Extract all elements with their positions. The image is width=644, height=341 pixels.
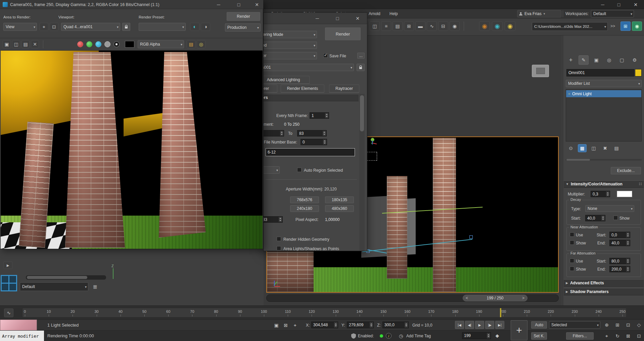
z-spinner[interactable] <box>405 322 408 328</box>
show-end-result-icon[interactable]: ▦ <box>578 144 587 152</box>
rfw-viewport-dropdown[interactable]: Quad 4...era001 <box>61 23 120 31</box>
time-slider-track[interactable]: < 199 / 250 > <box>266 294 559 302</box>
file-number-spinner[interactable] <box>323 139 326 145</box>
far-show-checkbox[interactable] <box>570 267 574 271</box>
pan-view-icon[interactable]: ⌖ <box>602 332 611 340</box>
render-preset-dropdown[interactable] <box>139 23 186 31</box>
align-icon[interactable]: ≡ <box>381 21 391 31</box>
target-dropdown[interactable]: Production Rendering Mode <box>263 31 317 38</box>
zoom-all-icon[interactable]: ⊞ <box>613 321 622 329</box>
rfw-minimize-button[interactable]: ─ <box>213 1 224 8</box>
near-start-spinner[interactable] <box>626 232 630 237</box>
rendered-frame-window-icon[interactable]: ◉ <box>492 21 503 31</box>
view-lock-button[interactable] <box>357 64 365 71</box>
auto-key-button[interactable]: Auto <box>531 321 547 329</box>
time-slider-next-arrow[interactable]: > <box>522 296 524 300</box>
object-color-swatch[interactable] <box>635 69 642 76</box>
toggle-channels-icon[interactable]: ◑ <box>201 23 210 31</box>
hierarchy-tab-icon[interactable]: ▣ <box>591 55 601 65</box>
rfw-close-button[interactable]: ✕ <box>252 1 262 8</box>
create-tab-icon[interactable]: + <box>566 55 576 65</box>
environment-icon[interactable]: ◐ <box>190 23 199 31</box>
user-account-menu[interactable]: Eva Frias ▾ <box>517 10 561 17</box>
maximize-viewport-icon[interactable]: ⊠ <box>624 332 633 340</box>
resolution-preset-1[interactable]: 768x576 <box>290 196 319 203</box>
zoom-icon[interactable]: ⊕ <box>602 321 611 329</box>
viewport-layout-icon[interactable]: ⊡ <box>634 332 644 340</box>
maxscript-mini-listener[interactable]: Array modifier <box>0 331 44 341</box>
rfw-viewport-lock-button[interactable] <box>122 23 130 31</box>
mini-curve-editor-icon[interactable]: ∿ <box>4 308 13 317</box>
x-spinner[interactable] <box>334 322 337 328</box>
clear-image-icon[interactable]: ✕ <box>31 40 39 48</box>
interactive-render-icon[interactable]: ◉ <box>632 21 642 31</box>
clone-window-icon[interactable]: ◫ <box>12 40 20 48</box>
far-start-field[interactable]: 80,0 <box>609 258 630 264</box>
mirror-icon[interactable]: ◫ <box>370 21 380 31</box>
dialog-maximize-button[interactable]: □ <box>332 14 343 23</box>
save-file-browse-button[interactable]: ... <box>357 53 365 59</box>
asset-library-icon[interactable]: ⊞ <box>620 21 631 31</box>
rfw-titlebar[interactable]: Camera001, frame 250, Display Gamma: 2,2… <box>0 0 263 9</box>
far-end-field[interactable]: 200,0 <box>609 266 630 272</box>
pin-stack-icon[interactable]: ⊙ <box>566 144 575 152</box>
modifier-list-dropdown[interactable]: Modifier List <box>566 80 642 87</box>
info-icon[interactable]: i <box>386 333 392 339</box>
key-mode-icon[interactable]: ◆ <box>494 332 501 339</box>
tab-raytracer[interactable]: Raytracer <box>329 84 359 93</box>
x-coordinate-field[interactable]: 304,548 <box>311 322 338 328</box>
image-aspect-spinner[interactable] <box>279 217 282 222</box>
rfw-maximize-button[interactable]: □ <box>233 1 244 8</box>
view-to-render-dropdown[interactable]: Quad 4 - Camera001 <box>263 64 354 71</box>
print-image-icon[interactable]: ▤ <box>21 40 30 48</box>
render-hidden-checkbox[interactable] <box>277 237 281 241</box>
timeline-ruler[interactable]: 0102030405060708090100110120130140150160… <box>22 308 627 318</box>
decay-type-dropdown[interactable]: None <box>585 205 634 212</box>
far-use-checkbox[interactable] <box>570 259 574 263</box>
orbit-icon[interactable]: ↻ <box>613 332 622 340</box>
expand-listener-button[interactable]: ▶ <box>3 262 12 269</box>
near-start-field[interactable]: 0,0 <box>609 232 630 238</box>
menu-arnold[interactable]: Arnold <box>369 11 380 16</box>
output-file-field[interactable]: 6-12 <box>266 148 355 156</box>
multiplier-field[interactable]: 0,3 <box>591 191 610 197</box>
goto-start-button[interactable]: |◀ <box>455 321 464 329</box>
render-setup-icon[interactable]: ◉ <box>479 21 490 31</box>
scene-explorer-icon[interactable]: ⊞ <box>404 21 414 31</box>
tab-render-elements[interactable]: Render Elements <box>281 84 324 93</box>
file-number-base-field[interactable]: 0 <box>301 139 327 145</box>
rollout-advanced-effects-header[interactable]: ▶ Advanced Effects <box>564 279 644 287</box>
remove-modifier-icon[interactable]: ✖ <box>601 144 609 152</box>
y-spinner[interactable] <box>370 322 373 328</box>
material-editor-icon[interactable]: ◉ <box>450 21 460 31</box>
window-close-button[interactable]: ✕ <box>627 0 644 9</box>
menu-help[interactable]: Help <box>389 11 398 16</box>
display-tab-icon[interactable]: ▢ <box>617 55 627 65</box>
red-channel-icon[interactable] <box>77 41 83 47</box>
layers-icon[interactable]: ≣ <box>91 283 99 291</box>
range-end-spinner[interactable] <box>323 131 326 136</box>
render-mode-dropdown[interactable]: Production <box>225 23 261 32</box>
region-select-icon[interactable]: ⊡ <box>50 23 58 31</box>
isolate-selection-icon[interactable]: ▣ <box>272 321 280 329</box>
selected-filter-dropdown[interactable]: Selected <box>549 321 600 329</box>
range-start-field[interactable]: 0 <box>263 130 284 136</box>
auto-region-checkbox[interactable] <box>297 168 302 172</box>
object-name-field[interactable]: Omni001 <box>566 69 634 76</box>
dialog-titlebar[interactable]: Render Setup: Scanline Renderer ─ □ ✕ <box>263 13 367 24</box>
alpha-channel-icon[interactable] <box>113 41 120 47</box>
current-frame-field[interactable]: 199 <box>462 332 491 339</box>
material-preview-swatch[interactable] <box>0 320 37 331</box>
color-correction-icon[interactable]: ▤ <box>187 40 195 48</box>
window-maximize-button[interactable]: □ <box>611 0 627 9</box>
near-end-field[interactable]: 40,0 <box>609 240 630 246</box>
resolution-preset-3[interactable]: 240x180 <box>290 205 319 212</box>
frame-spinner[interactable] <box>487 333 490 338</box>
blue-channel-icon[interactable] <box>95 41 101 47</box>
selection-lock-icon[interactable]: ⊠ <box>282 321 290 329</box>
rollout-intensity-header[interactable]: ▼ Intensity/Color/Attenuation ∷ <box>564 180 644 188</box>
tab-advanced-lighting[interactable]: Advanced Lighting <box>263 76 310 84</box>
utilities-tab-icon[interactable]: ⚙ <box>630 55 640 65</box>
every-nth-frame-field[interactable]: 1 <box>310 112 329 119</box>
render-production-icon[interactable]: ◉ <box>505 21 515 31</box>
